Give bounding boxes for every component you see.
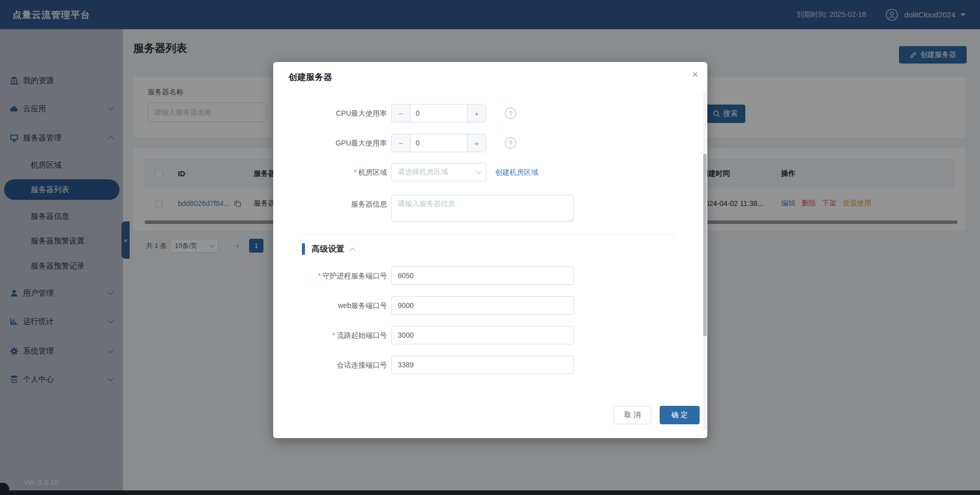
section-accent-bar	[302, 243, 305, 255]
server-info-label: 服务器信息	[273, 195, 387, 213]
cancel-button[interactable]: 取 消	[614, 406, 651, 424]
create-region-link[interactable]: 创建机房区域	[495, 163, 538, 181]
server-info-textarea[interactable]	[391, 195, 574, 222]
stream-port-input[interactable]	[391, 326, 574, 344]
session-port-label: 会话连接端口号	[273, 356, 387, 374]
cpu-max-usage-input[interactable]	[411, 105, 467, 122]
create-server-dialog: 创建服务器 × CPU最大使用率 − + ? GPU最大使用率 − + ? *机…	[273, 62, 707, 438]
decrease-button[interactable]: −	[392, 134, 411, 152]
section-divider	[302, 234, 675, 235]
screen: 点量云流管理平台 到期时间: 2025-02-18 dolitCloud2024…	[0, 0, 980, 495]
region-label-text: 机房区域	[358, 168, 387, 176]
region-select[interactable]: 请选择机房区域	[391, 163, 486, 181]
daemon-port-label-text: 守护进程服务端口号	[322, 272, 387, 280]
close-icon[interactable]: ×	[692, 69, 698, 79]
help-icon[interactable]: ?	[505, 137, 516, 149]
dialog-title: 创建服务器	[289, 71, 332, 83]
dialog-scrollbar-thumb[interactable]	[703, 154, 707, 336]
region-label: *机房区域	[273, 163, 387, 181]
web-port-label: web服务端口号	[273, 296, 387, 315]
help-icon[interactable]: ?	[505, 108, 516, 119]
daemon-port-label: *守护进程服务端口号	[273, 266, 387, 285]
advanced-settings-title: 高级设置	[312, 244, 344, 255]
increase-button[interactable]: +	[467, 134, 486, 152]
web-port-input[interactable]	[391, 296, 574, 315]
chevron-down-icon	[476, 168, 481, 174]
region-select-placeholder: 请选择机房区域	[398, 168, 448, 177]
required-asterisk: *	[318, 272, 321, 280]
required-asterisk: *	[354, 168, 357, 176]
gpu-max-usage-input[interactable]	[411, 134, 467, 152]
resize-grip-icon[interactable]	[568, 217, 574, 222]
advanced-settings-header[interactable]: 高级设置	[302, 243, 355, 255]
required-asterisk: *	[333, 331, 335, 339]
decrease-button[interactable]: −	[392, 105, 411, 122]
stream-port-label-text: 流路起始端口号	[337, 331, 387, 339]
gpu-max-usage-label: GPU最大使用率	[273, 134, 387, 152]
confirm-button[interactable]: 确 定	[660, 406, 700, 424]
increase-button[interactable]: +	[467, 105, 486, 122]
stream-port-label: *流路起始端口号	[273, 326, 387, 344]
cpu-max-usage-label: CPU最大使用率	[273, 104, 387, 122]
chevron-up-icon	[350, 248, 355, 253]
cpu-max-usage-stepper: − +	[391, 104, 486, 122]
session-port-input[interactable]	[391, 356, 574, 374]
daemon-port-input[interactable]	[391, 266, 574, 285]
gpu-max-usage-stepper: − +	[391, 134, 486, 152]
